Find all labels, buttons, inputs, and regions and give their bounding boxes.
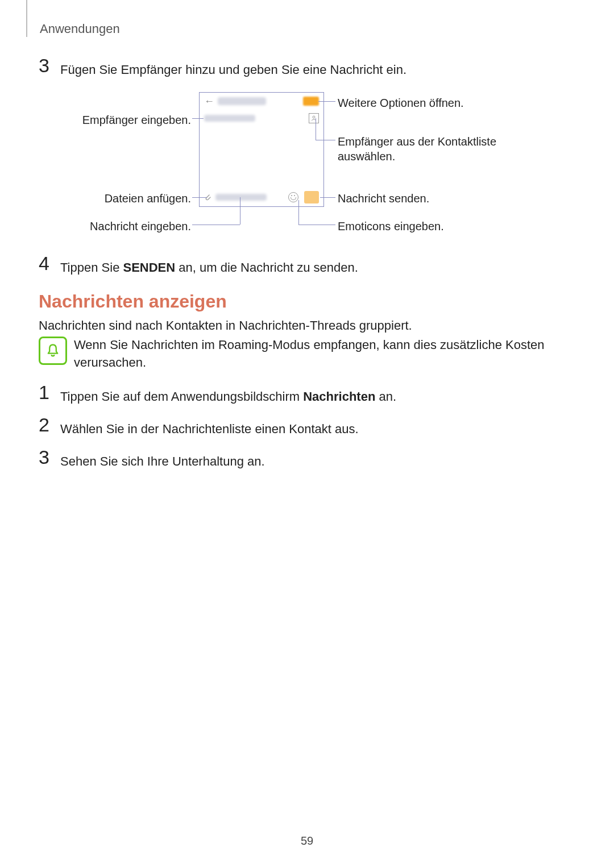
- heading-view-messages: Nachrichten anzeigen: [39, 291, 227, 312]
- callout-pick-contacts: Empfänger aus der Kontaktliste auswählen…: [338, 134, 531, 164]
- message-compose-diagram: ← Empfänger eingeben.: [0, 91, 614, 239]
- callout-more-options: Weitere Optionen öffnen.: [338, 95, 531, 110]
- step-4-post: an, um die Nachricht zu senden.: [175, 260, 358, 275]
- phone-frame: ←: [199, 92, 324, 207]
- substep-1-text: Tippen Sie auf dem Anwendungsbildschirm …: [60, 388, 396, 406]
- leader-line: [316, 118, 316, 140]
- leader-line: [240, 197, 240, 225]
- step-4-bold: SENDEN: [123, 260, 175, 275]
- leader-line: [298, 225, 335, 225]
- callout-attach-files: Dateien anfügen.: [34, 191, 191, 206]
- substep-3-text: Sehen Sie sich Ihre Unterhaltung an.: [60, 453, 265, 471]
- send-button: [304, 191, 319, 203]
- back-arrow-icon: ←: [204, 95, 214, 107]
- callout-enter-message: Nachricht eingeben.: [34, 219, 191, 234]
- leader-line: [192, 225, 240, 225]
- step-4-pre: Tippen Sie: [60, 260, 123, 275]
- substep-2-text: Wählen Sie in der Nachrichtenliste einen…: [60, 421, 359, 438]
- message-placeholder: [215, 194, 267, 201]
- leader-line: [298, 200, 299, 225]
- step-number-3: 3: [39, 55, 49, 77]
- leader-line: [316, 140, 335, 140]
- recipient-placeholder: [204, 115, 255, 122]
- leader-line: [192, 197, 207, 198]
- bell-icon: [39, 337, 67, 365]
- contacts-icon: [309, 113, 319, 123]
- more-options-button: [303, 97, 319, 106]
- substep-number-3: 3: [39, 446, 49, 468]
- recipient-row: [200, 110, 323, 127]
- title-placeholder: [218, 97, 266, 105]
- emoji-icon: [288, 192, 298, 202]
- phone-header: ←: [200, 93, 323, 110]
- leader-line: [192, 118, 204, 119]
- substep-1-bold: Nachrichten: [303, 389, 375, 404]
- callout-enter-emoticons: Emoticons eingeben.: [338, 219, 531, 234]
- callout-enter-recipients: Empfänger eingeben.: [34, 113, 191, 127]
- callout-send-message: Nachricht senden.: [338, 191, 531, 206]
- input-row: [200, 189, 323, 206]
- substep-number-1: 1: [39, 381, 49, 404]
- substep-1-post: an.: [375, 389, 396, 404]
- roaming-note-text: Wenn Sie Nachrichten im Roaming-Modus em…: [74, 337, 569, 372]
- substep-1-pre: Tippen Sie auf dem Anwendungsbildschirm: [60, 389, 303, 404]
- section-header: Anwendungen: [40, 22, 120, 36]
- intro-paragraph: Nachrichten sind nach Kontakten in Nachr…: [39, 317, 569, 335]
- step-number-4: 4: [39, 252, 49, 275]
- step-4-text: Tippen Sie SENDEN an, um die Nachricht z…: [60, 259, 358, 277]
- leader-line: [320, 197, 335, 198]
- message-body-area: [200, 127, 323, 189]
- leader-line: [318, 101, 335, 102]
- step-3-text: Fügen Sie Empfänger hinzu und geben Sie …: [60, 61, 406, 79]
- header-rule: [26, 0, 27, 37]
- svg-point-0: [313, 116, 315, 118]
- page-number: 59: [0, 834, 614, 848]
- substep-number-2: 2: [39, 414, 49, 436]
